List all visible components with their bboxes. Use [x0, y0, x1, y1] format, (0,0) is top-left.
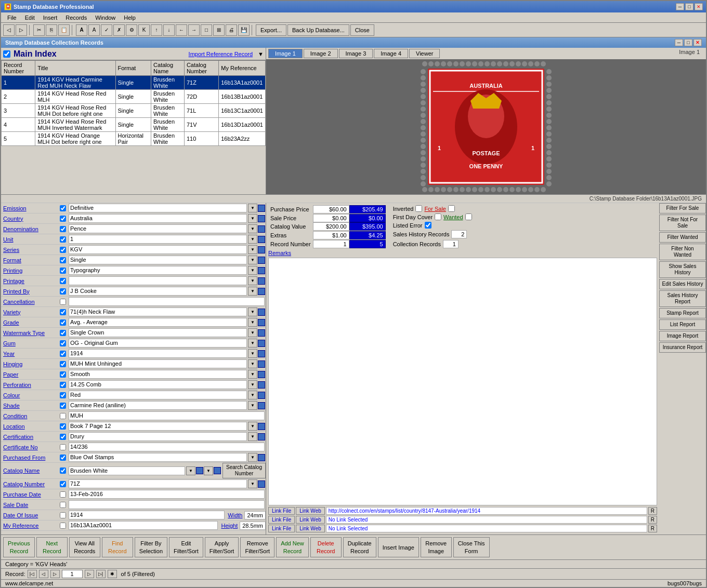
menu-help[interactable]: Help: [120, 14, 140, 22]
field-value-purchase-date[interactable]: 13-Feb-2016: [69, 490, 265, 499]
toolbar-left[interactable]: ←: [176, 24, 187, 36]
right-btn-filter-wanted[interactable]: Filter Wanted: [659, 232, 706, 243]
field-label-perforation[interactable]: Perforation: [1, 381, 58, 389]
record-last[interactable]: ▷|: [96, 570, 106, 578]
toolbar-save[interactable]: 💾: [238, 24, 250, 36]
table-row[interactable]: 3 1914 KGV Head Rose Red MUH Dot before …: [2, 104, 266, 118]
field-label-variety[interactable]: Variety: [1, 309, 58, 316]
field-label-cancellation[interactable]: Cancellation: [1, 298, 58, 305]
minimize-button[interactable]: ─: [676, 3, 684, 10]
tab-viewer[interactable]: Viewer: [409, 49, 440, 58]
field-dropdown[interactable]: ▼: [248, 224, 257, 233]
link-r-btn-2[interactable]: R: [648, 525, 657, 532]
field-value-location[interactable]: Book 7 Page 12: [69, 422, 247, 431]
field-label-catalog-number[interactable]: Catalog Number: [1, 480, 58, 488]
field-label-certification[interactable]: Certification: [1, 433, 58, 440]
field-value-series[interactable]: KGV: [69, 245, 247, 254]
field-value-gum[interactable]: OG - Original Gum: [69, 339, 247, 348]
toolbar-grid[interactable]: ⊞: [213, 24, 225, 36]
right-btn-stamp-report[interactable]: Stamp Report: [659, 308, 706, 318]
field-dropdown[interactable]: ▼: [248, 328, 257, 337]
link-file-btn-1[interactable]: Link File: [268, 516, 295, 524]
link-web-btn-1[interactable]: Link Web: [296, 516, 325, 524]
field-dropdown[interactable]: ▼: [248, 266, 257, 275]
table-row[interactable]: 2 1914 KGV Head Rose Red MLH Single Brus…: [2, 90, 266, 104]
field-label-watermark-type[interactable]: Watermark Type: [1, 329, 58, 337]
field-label-emission[interactable]: Emission: [1, 205, 58, 212]
link-r-btn-1[interactable]: R: [648, 516, 657, 524]
field-label-year[interactable]: Year: [1, 350, 58, 357]
field-value-grade[interactable]: Avg. - Average: [69, 318, 247, 327]
field-value-my-reference[interactable]: 16b13A1az0001: [69, 521, 218, 530]
field-value-catalog-number[interactable]: 71Z: [69, 479, 247, 488]
field-label-printage[interactable]: Printage: [1, 277, 58, 285]
bottom-btn-1[interactable]: Next Record: [36, 537, 68, 557]
bottom-btn-2[interactable]: View All Records: [69, 537, 100, 557]
field-dropdown[interactable]: ▼: [248, 256, 257, 264]
field-label-format[interactable]: Format: [1, 257, 58, 264]
field-value-unit[interactable]: 1: [69, 235, 247, 244]
close-button[interactable]: ✕: [695, 3, 703, 10]
remarks-area[interactable]: [268, 258, 657, 505]
listed-error-checkbox[interactable]: [425, 222, 431, 229]
backup-button[interactable]: Back Up Database...: [287, 24, 349, 36]
record-first[interactable]: |◁: [28, 570, 37, 578]
record-new[interactable]: ✱: [108, 570, 117, 578]
field-label-colour[interactable]: Colour: [1, 392, 58, 399]
bottom-btn-11[interactable]: Insert Image: [378, 537, 419, 557]
field-label-grade[interactable]: Grade: [1, 319, 58, 326]
catalog-name-dropdown[interactable]: ▼: [204, 466, 213, 475]
right-btn-sales-history-report[interactable]: Sales History Report: [659, 290, 706, 307]
field-dropdown[interactable]: ▼: [248, 235, 257, 244]
field-dropdown[interactable]: ▼: [248, 359, 257, 368]
bottom-btn-4[interactable]: Filter By Selection: [135, 537, 167, 557]
field-value-watermark-type[interactable]: Single Crown: [69, 328, 247, 337]
main-index-checkbox[interactable]: [3, 50, 10, 58]
field-dropdown[interactable]: ▼: [248, 432, 257, 441]
inverted-checkbox[interactable]: [415, 205, 422, 212]
toolbar-aa1[interactable]: A: [76, 24, 87, 36]
field-label-shade[interactable]: Shade: [1, 402, 58, 409]
field-label-location[interactable]: Location: [1, 423, 58, 430]
right-btn-filter-not-for-sale[interactable]: Filter Not For Sale: [659, 215, 706, 231]
toolbar-copy[interactable]: ⎘: [46, 24, 57, 36]
table-row[interactable]: 5 1914 KGV Head Orange MLH Dot before ri…: [2, 132, 266, 146]
bottom-btn-7[interactable]: Remove Filter/Sort: [240, 537, 274, 557]
toolbar-up[interactable]: ↑: [151, 24, 162, 36]
sub-maximize[interactable]: □: [684, 39, 692, 46]
field-label-purchase-date[interactable]: Purchase Date: [1, 491, 58, 498]
toolbar-sq[interactable]: □: [201, 24, 212, 36]
right-btn-edit-sales-history[interactable]: Edit Sales History: [659, 279, 706, 289]
tab-image3[interactable]: Image 3: [339, 49, 373, 58]
field-value-perforation[interactable]: 14.25 Comb: [69, 380, 247, 389]
toolbar-gear[interactable]: ⚙: [126, 24, 137, 36]
tab-image1[interactable]: Image 1: [268, 49, 303, 58]
remarks-label[interactable]: Remarks: [268, 250, 657, 256]
link-web-btn-0[interactable]: Link Web: [296, 507, 325, 515]
link-web-btn-2[interactable]: Link Web: [296, 525, 325, 532]
toolbar-close-button[interactable]: Close: [350, 24, 374, 36]
field-label-country[interactable]: Country: [1, 215, 58, 222]
wanted-label[interactable]: Wanted: [443, 214, 463, 220]
field-dropdown[interactable]: ▼: [248, 401, 257, 410]
field-dropdown[interactable]: ▼: [248, 380, 257, 389]
field-label-unit[interactable]: Unit: [1, 236, 58, 243]
toolbar-down[interactable]: ↓: [163, 24, 175, 36]
field-value-condition[interactable]: MUH: [69, 411, 265, 420]
tab-image2[interactable]: Image 2: [304, 49, 338, 58]
menu-window[interactable]: Window: [91, 14, 120, 22]
field-label-sale-date[interactable]: Sale Date: [1, 501, 58, 509]
window-controls[interactable]: ─ □ ✕: [676, 3, 703, 10]
field-value-purchased-from[interactable]: Blue Owl Stamps: [69, 453, 247, 462]
field-dropdown[interactable]: ▼: [248, 214, 257, 223]
for-sale-label[interactable]: For Sale: [424, 206, 446, 212]
field-value-date-of-issue[interactable]: 1914: [69, 511, 225, 519]
field-value-country[interactable]: Australia: [69, 214, 247, 223]
field-value-sale-date[interactable]: [69, 500, 265, 509]
field-value-colour[interactable]: Red: [69, 391, 247, 399]
sub-close[interactable]: ✕: [693, 39, 702, 46]
bottom-btn-9[interactable]: Delete Record: [310, 537, 342, 557]
field-dropdown[interactable]: ▼: [186, 466, 195, 475]
bottom-btn-6[interactable]: Apply Filter/Sort: [205, 537, 239, 557]
toolbar-right[interactable]: →: [188, 24, 200, 36]
